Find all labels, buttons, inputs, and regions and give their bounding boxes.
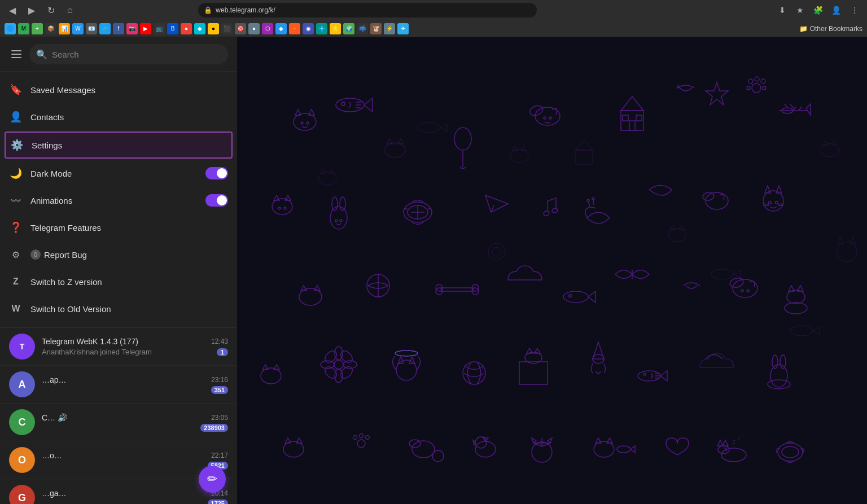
search-box[interactable]: 🔍 [29,44,228,64]
search-icon: 🔍 [36,49,47,60]
features-icon: ❓ [9,221,23,234]
svg-text:z: z [742,433,743,437]
browser-actions: ⬇ ★ 🧩 👤 ⋮ [774,2,862,18]
bookmark-19[interactable]: ● [248,23,260,34]
bookmark-5[interactable]: 📊 [59,23,70,34]
report-bug-label: 0 Report Bug [30,249,228,260]
bookmark-27[interactable]: 📫 [357,23,368,34]
other-bookmarks-label: Other Bookmarks [810,25,862,33]
reload-button[interactable]: ↻ [43,2,59,18]
bookmark-20[interactable]: ⬡ [262,23,273,34]
lock-icon: 🔒 [204,6,212,14]
star-icon[interactable]: ★ [792,2,808,18]
chat-list: T Telegram WebK 1.4.3 (177) 12:43 Ananth… [0,327,237,504]
sidebar-item-telegram-features[interactable]: ❓ Telegram Features [0,214,237,241]
folder-icon: 📁 [799,25,808,33]
sidebar-item-dark-mode[interactable]: 🌙 Dark Mode [0,160,237,187]
features-label: Telegram Features [30,223,228,233]
bookmark-21[interactable]: ◆ [275,23,287,34]
bookmark-2[interactable]: M [18,23,29,34]
sidebar-item-report-bug[interactable]: ⚙ 0 Report Bug [0,241,237,268]
download-icon[interactable]: ⬇ [774,2,790,18]
bookmark-1[interactable]: 🌀 [5,23,16,34]
chat-name: …ap… [42,375,67,384]
bookmark-6[interactable]: W [72,23,84,34]
bookmark-3[interactable]: + [32,23,43,34]
settings-label: Settings [32,141,227,150]
sidebar-item-contacts[interactable]: 👤 Contacts [0,103,237,130]
badge: 1725 [208,499,228,505]
bookmark-11[interactable]: ▶ [140,23,151,34]
bookmark-14[interactable]: ● [181,23,192,34]
hamburger-button[interactable] [9,48,24,60]
bookmark-7[interactable]: 📧 [86,23,97,34]
chat-time: 22:17 [211,452,228,459]
bookmark-15[interactable]: ◆ [194,23,205,34]
dark-mode-label: Dark Mode [30,169,198,178]
bookmark-25[interactable]: ⭐ [330,23,341,34]
bookmark-23[interactable]: ◉ [303,23,314,34]
address-bar[interactable]: 🔒 web.telegram.org/k/ [198,3,537,17]
chat-preview: AnanthaKrishnan joined Telegram [42,348,152,356]
bug-icon: ⚙ [9,248,23,261]
bookmark-16[interactable]: ● [208,23,219,34]
badge: 238903 [200,424,228,432]
avatar: O [9,447,35,473]
switch-z-label: Switch to Z version [30,277,228,287]
svg-text:z: z [738,436,740,441]
svg-line-62 [763,204,769,204]
bookmark-24[interactable]: 💠 [316,23,327,34]
list-item[interactable]: A …ap… 23:16 351 [0,365,237,403]
chat-name: …o… [42,451,62,460]
forward-button[interactable]: ▶ [24,2,40,18]
bookmark-4[interactable]: 📦 [45,23,56,34]
animations-icon: 〰️ [9,194,23,207]
switch-old-icon: W [9,302,23,315]
sidebar-item-saved-messages[interactable]: 🔖 Saved Messages [0,76,237,103]
svg-rect-0 [237,37,867,504]
browser-bar: ◀ ▶ ↻ ⌂ 🔒 web.telegram.org/k/ ⬇ ★ 🧩 👤 ⋮ [0,0,867,20]
list-item[interactable]: T Telegram WebK 1.4.3 (177) 12:43 Ananth… [0,327,237,365]
search-input[interactable] [52,50,221,59]
bookmarks-bar: 🌀 M + 📦 📊 W 📧 🐦 f 📷 ▶ 📺 B ● ◆ ● ⬛ 🎯 ● ⬡ … [0,20,867,37]
compose-button[interactable]: ✏ [199,466,226,493]
main-content: 🔍 🔖 Saved Messages 👤 Contacts ⚙️ Setting… [0,37,867,504]
bookmark-28[interactable]: 🐮 [370,23,382,34]
sidebar-item-switch-old[interactable]: W Switch to Old Version [0,295,237,322]
bookmark-13[interactable]: B [167,23,178,34]
bookmark-10[interactable]: 📷 [126,23,138,34]
bookmark-12[interactable]: 📺 [154,23,165,34]
switch-z-icon: Z [9,275,23,288]
bookmark-22[interactable]: 🔸 [289,23,300,34]
doodle-pattern: z z z [237,37,867,504]
extension-icon[interactable]: 🧩 [811,2,826,18]
bookmark-30[interactable]: ✈ [397,23,409,34]
svg-line-64 [778,204,783,204]
settings-icon: ⚙️ [10,138,24,152]
sidebar-top: 🔍 [0,37,237,72]
chat-info: Telegram WebK 1.4.3 (177) 12:43 AnanthaK… [42,337,228,356]
sidebar-item-settings[interactable]: ⚙️ Settings [5,132,233,159]
bookmark-9[interactable]: f [113,23,124,34]
animations-toggle[interactable] [205,194,228,207]
bookmark-17[interactable]: ⬛ [221,23,233,34]
back-button[interactable]: ◀ [5,2,20,18]
bookmark-29[interactable]: ⚡ [384,23,395,34]
home-button[interactable]: ⌂ [62,2,78,18]
more-icon[interactable]: ⋮ [847,2,862,18]
badge: 351 [211,386,228,394]
profile-icon[interactable]: 👤 [829,2,844,18]
chat-time: 12:43 [211,338,228,345]
sidebar-item-animations[interactable]: 〰️ Animations [0,187,237,214]
chat-name: C… 🔊 [42,413,67,422]
dark-mode-toggle[interactable] [205,167,228,179]
contacts-icon: 👤 [9,110,23,124]
list-item[interactable]: C C… 🔊 23:05 238903 [0,403,237,441]
other-bookmarks[interactable]: 📁 Other Bookmarks [799,25,862,33]
bookmark-18[interactable]: 🎯 [235,23,246,34]
chat-info: …ap… 23:16 351 [42,375,228,394]
bookmark-8[interactable]: 🐦 [99,23,111,34]
bookmark-26[interactable]: 🌍 [343,23,354,34]
compose-icon: ✏ [207,472,217,487]
sidebar-item-switch-z[interactable]: Z Switch to Z version [0,268,237,295]
